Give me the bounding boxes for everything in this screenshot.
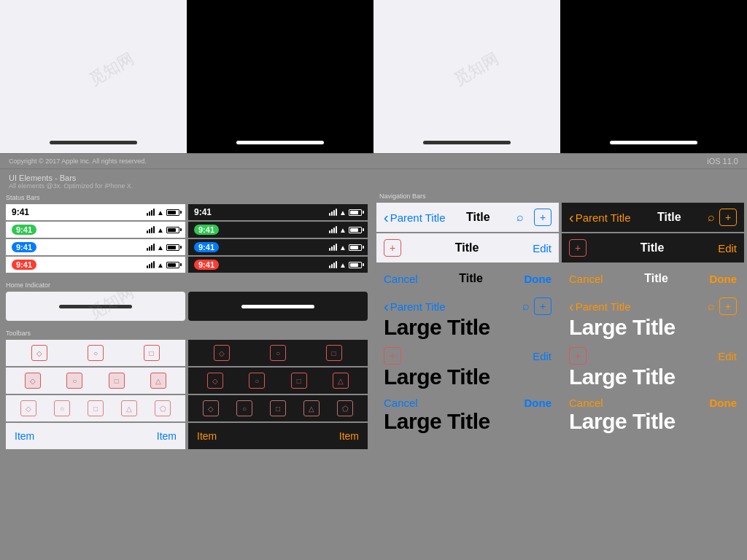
- battery-dark-2: [349, 227, 362, 233]
- toolbar-icon-square-d2[interactable]: □: [291, 373, 307, 389]
- toolbars-label: Toolbars: [6, 330, 368, 337]
- toolbar-icon-triangle-d3[interactable]: △: [303, 400, 320, 416]
- search-icon-dl1[interactable]: ⌕: [708, 300, 715, 313]
- toolbar-icon-diamond-d2[interactable]: ◇: [207, 373, 223, 389]
- nav-title-d1: Title: [657, 211, 681, 224]
- toolbar-item-left-light[interactable]: Item: [15, 430, 34, 442]
- battery-dark-1: [349, 209, 362, 216]
- wifi-dark-2: ▲: [339, 226, 347, 234]
- toolbar-row-dark-2: ◇ ○ □ △: [188, 368, 368, 394]
- toolbar-icon-square-d3[interactable]: □: [270, 400, 286, 416]
- toolbar-icon-diamond-l2[interactable]: ◇: [25, 373, 41, 389]
- toolbar-icon-pent-l3[interactable]: ⬠: [155, 400, 171, 416]
- edit-btn-d1[interactable]: Edit: [718, 242, 737, 254]
- toolbar-row-light-3: ◇ ○ □ △ ⬠: [6, 395, 185, 421]
- nav-dark-top-row-1: ‹ Parent Title ⌕ +: [569, 298, 737, 315]
- toolbar-icon-circle-l3[interactable]: ○: [54, 400, 70, 416]
- status-bar-dark-green: 9:41 ▲: [188, 222, 368, 238]
- back-text-large-1[interactable]: Parent Title: [390, 300, 446, 313]
- edit-btn-dl1[interactable]: Edit: [718, 350, 737, 362]
- signal-light-1: [147, 209, 155, 216]
- battery-light-4: [166, 262, 179, 268]
- nav-top-row-3: Cancel Done: [384, 397, 551, 409]
- toolbar-row-dark-1: ◇ ○ □: [188, 340, 368, 366]
- add-btn-dl1[interactable]: +: [719, 298, 737, 315]
- add-btn-dl2[interactable]: +: [569, 347, 587, 365]
- add-btn-1[interactable]: +: [534, 209, 551, 226]
- toolbar-icon-triangle-d2[interactable]: △: [333, 373, 349, 389]
- toolbar-icon-square-l3[interactable]: □: [88, 400, 104, 416]
- edit-btn-large-1[interactable]: Edit: [533, 350, 551, 362]
- status-icons-4: ▲: [147, 261, 179, 269]
- back-chevron-dl1[interactable]: ‹: [569, 298, 574, 315]
- back-text-d1[interactable]: Parent Title: [576, 211, 631, 224]
- search-icon-1[interactable]: ⌕: [511, 208, 530, 227]
- toolbar-icon-diamond-d1[interactable]: ◇: [214, 345, 230, 361]
- done-btn-d1[interactable]: Done: [710, 273, 738, 285]
- done-btn-large-1[interactable]: Done: [525, 397, 552, 409]
- toolbar-row-dark-3: ◇ ○ □ △ ⬠: [188, 395, 368, 421]
- toolbar-icon-circle-l2[interactable]: ○: [66, 373, 82, 389]
- battery-light-2: [166, 227, 179, 233]
- add-btn-large-2[interactable]: +: [384, 347, 401, 365]
- toolbar-item-left-dark[interactable]: Item: [197, 430, 217, 442]
- status-bar-white-green: 9:41 ▲: [6, 222, 185, 238]
- toolbar-icon-circle-d1[interactable]: ○: [270, 345, 286, 361]
- battery-dark-4: [349, 262, 362, 268]
- large-title-2: Large Title: [384, 366, 551, 388]
- cancel-btn-dl1[interactable]: Cancel: [569, 397, 603, 409]
- back-text-1[interactable]: Parent Title: [390, 211, 446, 224]
- cancel-btn-d1[interactable]: Cancel: [569, 273, 603, 285]
- battery-dark-3: [349, 244, 362, 251]
- toolbar-icon-triangle-l2[interactable]: △: [150, 373, 166, 389]
- back-text-dl1[interactable]: Parent Title: [576, 300, 631, 313]
- wifi-dark-1: ▲: [339, 209, 347, 217]
- back-chevron-d1[interactable]: ‹: [569, 209, 574, 226]
- toolbar-icon-square-l1[interactable]: □: [144, 345, 160, 361]
- add-btn-d1[interactable]: +: [719, 209, 737, 226]
- nav-bar-light-3: Cancel Title Done: [376, 264, 559, 293]
- toolbar-icon-square-d1[interactable]: □: [326, 345, 342, 361]
- toolbar-row-light-1: ◇ ○ □: [6, 340, 185, 366]
- toolbar-icon-pent-d3[interactable]: ⬠: [337, 400, 353, 416]
- toolbar-col-dark: ◇ ○ □ ◇ ○ □ △ ◇ ○ □ △ ⬠: [188, 340, 368, 449]
- edit-btn-1[interactable]: Edit: [533, 242, 551, 254]
- section-title: UI Elements - Bars: [9, 174, 738, 182]
- toolbar-col-light: ◇ ○ □ ◇ ○ □ △ ◇ ○ □ △ ⬠: [6, 340, 185, 449]
- toolbar-icon-diamond-l3[interactable]: ◇: [20, 400, 36, 416]
- cancel-btn-1[interactable]: Cancel: [384, 273, 418, 285]
- toolbar-icon-triangle-l3[interactable]: △: [121, 400, 137, 416]
- add-btn-2[interactable]: +: [384, 239, 401, 257]
- done-btn-1[interactable]: Done: [525, 273, 552, 285]
- search-icon-d1[interactable]: ⌕: [708, 211, 715, 224]
- search-icon-large-1[interactable]: ⌕: [522, 300, 530, 313]
- toolbar-icon-circle-l1[interactable]: ○: [88, 345, 104, 361]
- right-panel: Navigation Bars ‹ Parent Title Title ⌕ +: [374, 191, 747, 452]
- toolbar-icon-circle-d3[interactable]: ○: [236, 400, 252, 416]
- toolbar-icon-circle-d2[interactable]: ○: [249, 373, 265, 389]
- add-btn-large-1[interactable]: +: [534, 298, 551, 315]
- nav-dark-right-1: ⌕ +: [708, 209, 737, 226]
- cancel-btn-large-1[interactable]: Cancel: [384, 397, 418, 409]
- toolbar-icon-diamond-d3[interactable]: ◇: [203, 400, 219, 416]
- back-chevron-1[interactable]: ‹: [384, 209, 389, 226]
- home-bar-1: [50, 141, 137, 144]
- back-chevron-large-1[interactable]: ‹: [384, 298, 389, 315]
- toolbar-item-right-dark[interactable]: Item: [339, 430, 359, 442]
- add-btn-d2[interactable]: +: [569, 239, 587, 257]
- nav-dark-large-left-1: ‹ Parent Title: [569, 298, 631, 315]
- status-bars-section: Status Bars 9:41: [0, 191, 374, 276]
- status-icons-d1: ▲: [329, 209, 362, 217]
- nav-bar-dark-large-3: Cancel Done Large Title: [562, 394, 744, 438]
- nav-bar-dark-large-2: + Edit Large Title: [562, 344, 744, 392]
- nav-bar-dark-2: + Title Edit: [562, 233, 744, 262]
- nav-bars-section: Navigation Bars ‹ Parent Title Title ⌕ +: [376, 191, 744, 439]
- main-content: Status Bars 9:41: [0, 191, 747, 452]
- nav-bar-dark-large-1: ‹ Parent Title ⌕ + Large Title: [562, 295, 744, 343]
- toolbar-icon-square-l2[interactable]: □: [109, 373, 125, 389]
- status-bar-white-red: 9:41 ▲: [6, 257, 185, 273]
- toolbar-item-right-light[interactable]: Item: [157, 430, 177, 442]
- toolbars-grid: ◇ ○ □ ◇ ○ □ △ ◇ ○ □ △ ⬠: [6, 340, 368, 449]
- toolbar-icon-diamond-l1[interactable]: ◇: [31, 345, 47, 361]
- done-btn-dl1[interactable]: Done: [710, 397, 738, 409]
